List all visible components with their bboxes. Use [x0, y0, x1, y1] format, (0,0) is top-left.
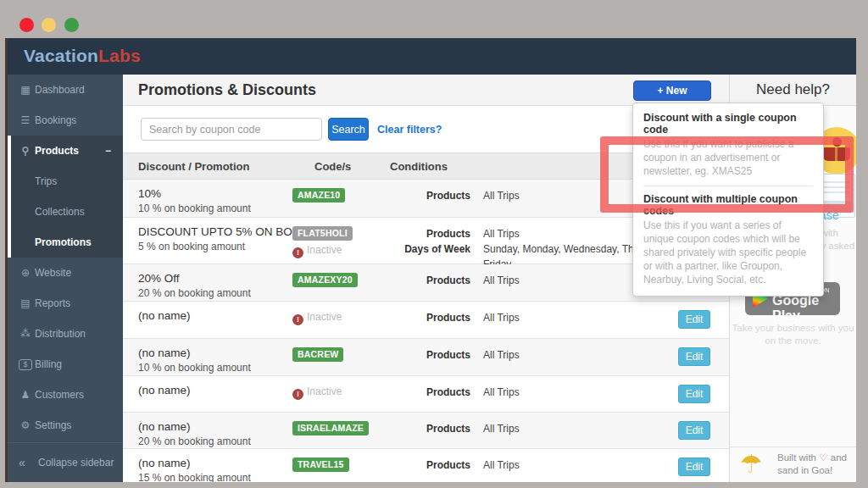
- sidebar-item-collections[interactable]: Collections: [11, 197, 123, 227]
- table-row: (no name) 20 % on booking amount ISRAELA…: [123, 413, 729, 449]
- browser-title-bar: [0, 0, 868, 38]
- discount-name: (no name): [138, 420, 191, 433]
- calendar-icon: ▦: [19, 75, 32, 105]
- sidebar-item-label: Promotions: [35, 227, 92, 258]
- sidebar: ▦ Dashboard ☰ Bookings ⚲ Products − Trip…: [8, 75, 123, 482]
- dollar-icon: $: [19, 359, 32, 370]
- globe-icon: ⊕: [19, 258, 32, 288]
- discount-subtitle: 10 % on booking amount: [138, 202, 251, 214]
- sidebar-item-reports[interactable]: ▤ Reports: [8, 288, 123, 319]
- beach-umbrella-icon: ☂: [740, 449, 763, 479]
- sidebar-item-promotions[interactable]: Promotions: [11, 227, 123, 258]
- column-header-discount: Discount / Promotion: [138, 160, 249, 173]
- discount-subtitle: 15 % on booking amount: [138, 472, 251, 482]
- discount-name: 20% Off: [138, 272, 180, 285]
- exclamation-icon: !: [292, 389, 303, 400]
- sidebar-item-trips[interactable]: Trips: [11, 166, 123, 197]
- coupon-code-badge: ISRAELAMAZE: [292, 421, 369, 435]
- sidebar-item-label: Trips: [35, 166, 57, 197]
- discount-name: (no name): [138, 384, 191, 396]
- table-row: (no name) 10 % on booking amount BACREW …: [123, 339, 729, 376]
- discount-subtitle: 10 % on booking amount: [138, 362, 251, 374]
- edit-button[interactable]: Edit: [678, 347, 710, 366]
- sidebar-item-label: Products: [35, 136, 79, 166]
- sidebar-item-label: Reports: [35, 288, 70, 319]
- brand-secondary: Labs: [98, 46, 141, 65]
- discount-name: (no name): [138, 309, 191, 322]
- sidebar-item-label: Customers: [35, 380, 84, 410]
- sidebar-item-products[interactable]: ⚲ Products −: [11, 136, 123, 166]
- condition-label: Days of Week: [377, 241, 470, 257]
- status-badge: !Inactive: [292, 311, 342, 325]
- pin-icon: ⚲: [19, 136, 32, 166]
- sidebar-item-website[interactable]: ⊕ Website: [8, 258, 123, 288]
- sidebar-item-settings[interactable]: ⚙ Settings: [8, 410, 123, 441]
- menu-item-title: Discount with a single coupon code: [643, 112, 813, 136]
- column-header-codes: Code/s: [314, 160, 351, 173]
- condition-label: Products: [377, 273, 470, 288]
- vacationlabs-logo[interactable]: VacationLabs: [24, 46, 141, 66]
- discount-name: (no name): [138, 457, 191, 469]
- menu-item-description: Use this if you want to publicise a coup…: [643, 137, 813, 179]
- built-with-love-text: Built with ♡ and sand in Goa!: [777, 452, 854, 477]
- column-header-conditions: Conditions: [390, 160, 448, 173]
- status-text: Inactive: [307, 311, 342, 323]
- condition-label: Products: [377, 347, 470, 363]
- collapse-sidebar-button[interactable]: « Collapse sidebar: [8, 442, 123, 482]
- condition-label: Products: [377, 226, 470, 241]
- minimize-window-button[interactable]: [42, 18, 56, 32]
- top-navbar: VacationLabs: [8, 38, 856, 75]
- new-discount-button[interactable]: + New Discount▾: [633, 80, 711, 101]
- discount-subtitle: 20 % on booking amount: [138, 287, 251, 299]
- sidebar-item-billing[interactable]: $ Billing: [8, 349, 123, 380]
- sidebar-item-label: Bookings: [35, 105, 76, 136]
- discount-subtitle: 5 % on booking amount: [138, 241, 245, 252]
- condition-value: All Trips: [483, 310, 676, 325]
- sidebar-products-group: ⚲ Products − Trips Collections Promotion…: [8, 136, 123, 258]
- zoom-window-button[interactable]: [64, 18, 79, 32]
- sidebar-item-label: Billing: [35, 349, 62, 380]
- person-icon: ♟: [19, 380, 32, 410]
- page-title: Promotions & Discounts: [138, 81, 316, 99]
- app-window: VacationLabs ▦ Dashboard ☰ Bookings ⚲ Pr…: [5, 38, 856, 482]
- new-discount-dropdown-menu: Discount with a single coupon code Use t…: [632, 103, 824, 297]
- close-window-button[interactable]: [19, 18, 34, 32]
- status-text: Inactive: [307, 385, 342, 397]
- status-badge: !Inactive: [292, 244, 342, 258]
- condition-value: All Trips: [483, 458, 676, 473]
- heart-icon: ♡: [819, 452, 827, 463]
- discount-subtitle: 20 % on booking amount: [138, 435, 251, 447]
- menu-item-multiple-coupons[interactable]: Discount with multiple coupon codes Use …: [643, 193, 813, 287]
- sidebar-item-bookings[interactable]: ☰ Bookings: [8, 105, 123, 136]
- help-panel-header: Need help?: [730, 75, 856, 106]
- search-input[interactable]: [141, 118, 322, 141]
- document-icon: ▤: [19, 288, 32, 319]
- condition-label: Products: [377, 458, 470, 473]
- double-chevron-left-icon: «: [19, 443, 25, 482]
- table-row: (no name) !Inactive Products All Trips E…: [123, 376, 729, 413]
- gear-icon: ⚙: [19, 410, 32, 441]
- edit-button[interactable]: Edit: [678, 310, 710, 329]
- help-panel-footer: ☂ Built with ♡ and sand in Goa!: [730, 446, 856, 482]
- edit-button[interactable]: Edit: [678, 421, 710, 440]
- discount-name: (no name): [138, 347, 191, 359]
- clear-filters-link[interactable]: Clear filters?: [377, 124, 442, 136]
- condition-label: Products: [377, 310, 470, 325]
- collapse-section-icon[interactable]: −: [105, 136, 111, 166]
- menu-item-single-coupon[interactable]: Discount with a single coupon code Use t…: [643, 112, 813, 179]
- list-icon: ☰: [19, 105, 32, 136]
- coupon-code-badge: AMAZEXY20: [292, 273, 358, 287]
- sidebar-item-label: Website: [35, 258, 71, 288]
- sidebar-item-distribution[interactable]: ⁂ Distribution: [8, 319, 123, 349]
- sidebar-item-customers[interactable]: ♟ Customers: [8, 380, 123, 410]
- brand-primary: Vacation: [24, 46, 98, 65]
- sidebar-item-dashboard[interactable]: ▦ Dashboard: [8, 75, 123, 105]
- edit-button[interactable]: Edit: [678, 385, 710, 403]
- edit-button[interactable]: Edit: [678, 458, 710, 476]
- sidebar-item-label: Settings: [35, 410, 71, 441]
- condition-label: Products: [377, 188, 470, 203]
- menu-item-title: Discount with multiple coupon codes: [643, 193, 813, 217]
- condition-value: All Trips: [483, 421, 676, 436]
- search-button[interactable]: Search: [328, 118, 369, 141]
- condition-value: All Trips: [483, 347, 676, 363]
